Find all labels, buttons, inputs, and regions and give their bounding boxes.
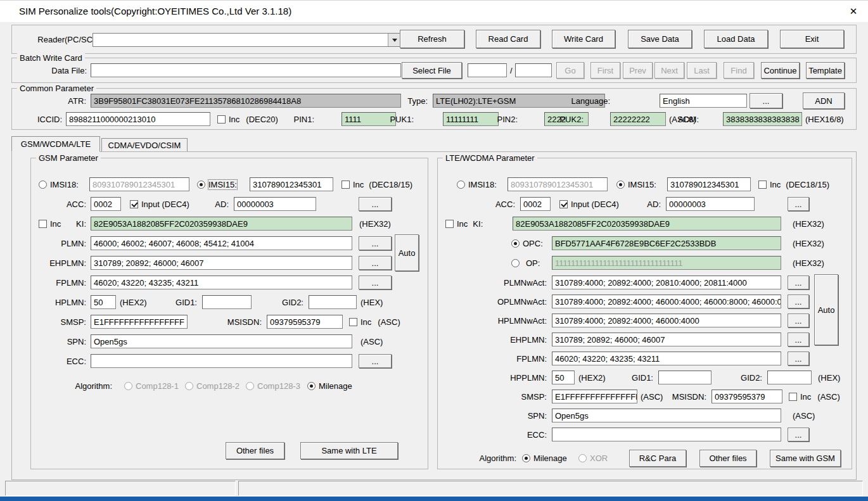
tab-gsm-wcdma-lte[interactable]: GSM/WCDMA/LTE bbox=[11, 136, 100, 152]
data-file-input[interactable] bbox=[91, 63, 401, 77]
gsm-plmn-more-button[interactable]: ... bbox=[359, 236, 392, 250]
gsm-ecc-more-button[interactable]: ... bbox=[359, 354, 392, 368]
gsm-comp128-1-radio[interactable] bbox=[124, 382, 132, 390]
lte-opc-field[interactable]: BFD5771AAF4F6728E9BC6EF2C2533BDB bbox=[552, 236, 781, 250]
gsm-smsp-input[interactable]: E1FFFFFFFFFFFFFFFF bbox=[91, 315, 188, 329]
lte-gid1-input[interactable] bbox=[658, 371, 712, 384]
gsm-gid1-input[interactable] bbox=[202, 295, 252, 309]
gsm-auto-button[interactable]: Auto bbox=[395, 234, 419, 271]
gsm-ki-inc-checkbox[interactable] bbox=[39, 220, 47, 228]
adn-button[interactable]: ADN bbox=[803, 92, 845, 109]
lte-op-radio[interactable] bbox=[511, 259, 520, 267]
find-button[interactable]: Find bbox=[724, 62, 754, 79]
last-button[interactable]: Last bbox=[687, 62, 717, 79]
lte-imsi-inc-checkbox[interactable] bbox=[758, 181, 767, 189]
lte-oplmnwact-more-button[interactable]: ... bbox=[788, 295, 809, 308]
lte-opc-radio[interactable] bbox=[511, 239, 520, 248]
gsm-input-dec4-checkbox[interactable] bbox=[130, 200, 138, 208]
gsm-comp128-2-radio[interactable] bbox=[185, 382, 193, 390]
select-file-button[interactable]: Select File bbox=[402, 62, 462, 79]
lte-ad-more-button[interactable]: ... bbox=[788, 197, 809, 211]
read-card-button[interactable]: Read Card bbox=[476, 30, 540, 48]
first-button[interactable]: First bbox=[590, 62, 620, 79]
language-input[interactable]: English bbox=[660, 94, 747, 108]
template-button[interactable]: Template bbox=[806, 62, 845, 79]
reader-dropdown-button[interactable] bbox=[388, 34, 400, 46]
lte-smsp-input[interactable]: E1FFFFFFFFFFFFFFFF bbox=[552, 390, 637, 403]
lte-hplmnwact-input[interactable]: 310789:4000; 20892:4000; 46000:4000 bbox=[552, 314, 781, 327]
lte-fplmn-input[interactable]: 46020; 43220; 43235; 43211 bbox=[552, 352, 781, 365]
exit-button[interactable]: Exit bbox=[780, 30, 844, 48]
lte-xor-radio[interactable] bbox=[578, 454, 587, 462]
lte-ki-field[interactable]: 82E9053A1882085FF2C020359938DAE9 bbox=[513, 217, 781, 231]
record-index-input[interactable] bbox=[468, 63, 507, 77]
lte-imsi18-input[interactable]: 809310789012345301 bbox=[507, 177, 608, 191]
record-total-input[interactable] bbox=[515, 63, 552, 77]
lte-imsi18-radio[interactable] bbox=[457, 181, 465, 189]
gsm-plmn-input[interactable]: 46000; 46002; 46007; 46008; 45412; 41004 bbox=[91, 236, 352, 250]
lte-hpplmn-input[interactable]: 50 bbox=[552, 371, 575, 384]
lte-milenage-radio[interactable] bbox=[522, 454, 530, 462]
write-card-button[interactable]: Write Card bbox=[552, 30, 615, 48]
tab-cdma-evdo-csim[interactable]: CDMA/EVDO/CSIM bbox=[101, 138, 188, 152]
gsm-fplmn-more-button[interactable]: ... bbox=[359, 276, 392, 289]
lte-ecc-more-button[interactable]: ... bbox=[788, 428, 809, 441]
lte-acc-input[interactable]: 0002 bbox=[520, 197, 551, 211]
close-icon[interactable]: ✕ bbox=[846, 5, 860, 18]
gsm-imsi15-input[interactable]: 310789012345301 bbox=[250, 177, 333, 191]
lte-imsi15-radio[interactable] bbox=[616, 181, 625, 189]
lte-ad-input[interactable]: 00000003 bbox=[666, 197, 755, 211]
lte-fplmn-more-button[interactable]: ... bbox=[788, 352, 809, 365]
next-button[interactable]: Next bbox=[654, 62, 684, 79]
lte-same-with-gsm-button[interactable]: Same with GSM bbox=[770, 450, 841, 467]
lte-plmnwact-more-button[interactable]: ... bbox=[788, 276, 809, 289]
gsm-imsi15-radio[interactable] bbox=[197, 181, 205, 189]
lte-spn-input[interactable]: Open5gs bbox=[552, 409, 781, 422]
gsm-ehplmn-more-button[interactable]: ... bbox=[359, 256, 392, 270]
lte-ki-inc-checkbox[interactable] bbox=[445, 220, 454, 228]
gsm-same-with-lte-button[interactable]: Same with LTE bbox=[300, 442, 398, 459]
adm-field[interactable]: 3838383838383838 bbox=[723, 112, 802, 126]
refresh-button[interactable]: Refresh bbox=[400, 30, 464, 48]
lte-msisdn-input[interactable]: 09379595379 bbox=[712, 390, 782, 403]
gsm-other-files-button[interactable]: Other files bbox=[226, 442, 284, 459]
gsm-ad-input[interactable]: 00000003 bbox=[234, 197, 316, 211]
lte-op-field[interactable]: 11111111111111111111111111111111 bbox=[552, 256, 781, 270]
lte-gid2-input[interactable] bbox=[767, 371, 812, 384]
lte-hplmnwact-more-button[interactable]: ... bbox=[788, 314, 809, 327]
gsm-msisdn-inc-checkbox[interactable] bbox=[349, 318, 357, 326]
gsm-ehplmn-input[interactable]: 310789; 20892; 46000; 46007 bbox=[91, 256, 352, 270]
lte-msisdn-inc-checkbox[interactable] bbox=[789, 393, 797, 401]
lte-oplmnwact-input[interactable]: 310789:4000; 20892:4000; 46000:4000; 460… bbox=[552, 295, 781, 308]
continue-button[interactable]: Continue bbox=[761, 62, 800, 79]
load-data-button[interactable]: Load Data bbox=[704, 30, 768, 48]
gsm-gid2-input[interactable] bbox=[309, 295, 357, 309]
puk1-field[interactable]: 11111111 bbox=[443, 112, 499, 126]
lte-ecc-input[interactable] bbox=[552, 428, 781, 441]
gsm-imsi18-input[interactable]: 809310789012345301 bbox=[89, 177, 189, 191]
prev-button[interactable]: Prev bbox=[623, 62, 653, 79]
iccid-inc-checkbox[interactable] bbox=[217, 115, 226, 124]
gsm-hplmn-input[interactable]: 50 bbox=[91, 295, 116, 309]
lte-imsi15-input[interactable]: 310789012345301 bbox=[667, 177, 751, 191]
gsm-ecc-input[interactable] bbox=[91, 354, 352, 368]
iccid-input[interactable]: 8988211000000213010 bbox=[66, 112, 210, 126]
gsm-milenage-radio[interactable] bbox=[307, 382, 316, 390]
gsm-spn-input[interactable]: Open5gs bbox=[91, 334, 352, 348]
gsm-ad-more-button[interactable]: ... bbox=[359, 197, 392, 211]
gsm-imsi-inc-checkbox[interactable] bbox=[341, 181, 350, 189]
lte-ehplmn-input[interactable]: 310789; 20892; 46000; 46007 bbox=[552, 333, 781, 346]
lte-other-files-button[interactable]: Other files bbox=[699, 450, 756, 467]
gsm-msisdn-input[interactable]: 09379595379 bbox=[267, 315, 343, 329]
lte-rc-para-button[interactable]: R&C Para bbox=[629, 450, 686, 467]
gsm-imsi18-radio[interactable] bbox=[39, 181, 47, 189]
lte-plmnwact-input[interactable]: 310789:4000; 20892:4000; 20810:4000; 208… bbox=[552, 276, 781, 289]
gsm-ki-field[interactable]: 82E9053A1882085FF2C020359938DAE9 bbox=[91, 217, 352, 231]
gsm-acc-input[interactable]: 0002 bbox=[91, 197, 121, 211]
lte-ehplmn-more-button[interactable]: ... bbox=[788, 333, 809, 346]
gsm-comp128-3-radio[interactable] bbox=[246, 382, 254, 390]
save-data-button[interactable]: Save Data bbox=[628, 30, 692, 48]
lte-input-dec4-checkbox[interactable] bbox=[559, 200, 568, 208]
go-button[interactable]: Go bbox=[556, 62, 584, 79]
lte-auto-button[interactable]: Auto bbox=[814, 274, 838, 345]
